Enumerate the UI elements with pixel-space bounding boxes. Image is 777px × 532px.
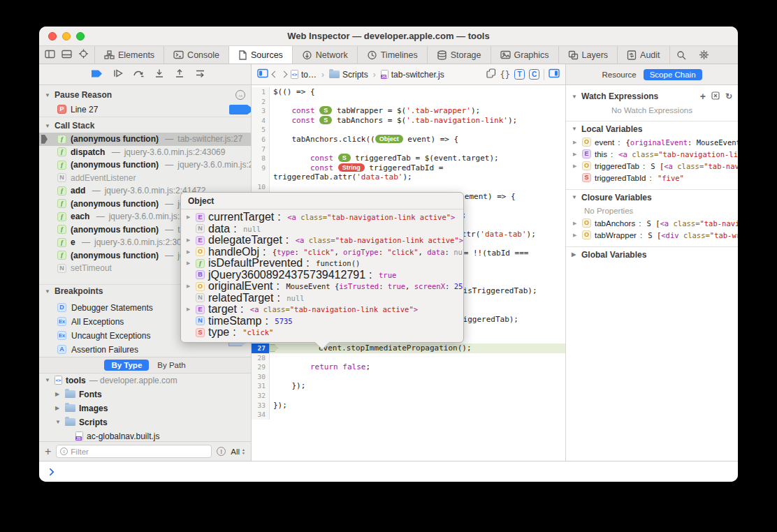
zoom-button[interactable] [76,32,85,40]
line-number-gutter[interactable]: 6 [252,135,270,145]
tab-network[interactable]: Network [293,46,358,64]
code-line[interactable]: 31 }); [252,381,565,391]
disclosure-icon[interactable]: ▼ [572,194,578,200]
expand-icon[interactable]: ▶ [187,260,192,266]
closure-variable-row[interactable]: ▶OtabWrapper: S [<div class="tab-wrapper… [566,229,738,241]
toggle-right-sidebar-icon[interactable] [549,68,560,81]
line-number-gutter[interactable] [252,172,270,182]
line-number-gutter[interactable]: 27 [252,343,270,353]
code-line[interactable]: 32 [252,391,565,401]
expand-icon[interactable]: ▶ [573,232,579,238]
scope-select[interactable]: All ▲▼ [231,448,245,456]
popover-property-row[interactable]: ▶EdelegateTarget: <a class="tab-navigati… [181,235,463,246]
step-into-icon[interactable] [154,68,165,81]
code-line[interactable]: 33}); [252,401,565,411]
tab-elements[interactable]: Elements [95,46,164,64]
code-line[interactable]: 30 [252,372,565,382]
popover-property-row[interactable]: Ndata: null [181,223,463,235]
local-variable-row[interactable]: StriggeredTabId: "five" [566,172,738,184]
close-button[interactable] [48,32,57,40]
code-line[interactable]: 9 const String triggeredTabId = [252,163,565,173]
expand-icon[interactable]: ▶ [187,237,192,243]
add-watch-icon[interactable]: + [700,91,706,102]
disclosure-icon[interactable]: ▼ [572,126,578,132]
expand-icon[interactable]: ▶ [573,152,579,157]
popover-property-row[interactable]: NrelatedTarget: null [181,293,463,304]
line-number-gutter[interactable]: 4 [252,116,270,126]
watch-expressions-header[interactable]: ▼ Watch Expressions + ↻ [566,89,738,104]
pause-reason-header[interactable]: ▼ Pause Reason → [39,88,251,102]
popover-property-row[interactable]: NtimeStamp: 5735 [181,316,463,327]
call-stack-frame[interactable]: f(anonymous function) — tab-switcher.js:… [39,133,251,146]
code-line[interactable]: 2 [252,97,565,107]
popover-property-row[interactable]: ▶Etarget: <a class="tab-navigation-link … [181,304,463,316]
popover-property-row[interactable]: ▶OhandleObj: {type: "click", origType: "… [181,246,463,258]
toggle-left-sidebar-icon[interactable] [257,68,268,81]
search-icon[interactable] [670,46,692,64]
expand-icon[interactable]: ▶ [187,214,192,220]
expand-icon[interactable]: ▶ [187,283,192,289]
tab-timelines[interactable]: Timelines [358,46,428,64]
disclosure-icon[interactable]: ▼ [55,419,61,425]
element-picker-icon[interactable] [78,49,89,61]
breakpoints-toggle-icon[interactable] [91,68,103,81]
disclosure-icon[interactable]: ▶ [572,251,578,258]
disclosure-icon[interactable]: ▼ [45,377,51,383]
code-line[interactable]: 34 [252,410,565,420]
expand-icon[interactable]: ▶ [573,140,579,145]
filter-input[interactable]: ≡ Filter [56,445,212,458]
local-variable-row[interactable]: ▶OtriggeredTab: S [<a class="tab-navigat… [566,160,738,172]
breadcrumb-item-tools[interactable]: <> to… [291,70,317,80]
tab-audit[interactable]: Audit [618,46,670,64]
pretty-print-icon[interactable]: {} [500,70,510,80]
line-number-gutter[interactable]: 29 [252,362,270,372]
popover-property-row[interactable]: ▶EcurrentTarget: <a class="tab-navigatio… [181,212,463,223]
refresh-icon[interactable]: ↻ [725,91,732,101]
tree-item-fonts[interactable]: ▶Fonts [39,387,251,401]
code-line[interactable]: 10 [252,182,565,192]
line-number-gutter[interactable]: 5 [252,125,270,135]
code-line[interactable]: triggeredTab.attr('data-tab'); [252,172,565,182]
call-stack-header[interactable]: ▼ Call Stack [39,119,251,133]
disclosure-icon[interactable]: ▼ [45,92,51,98]
minimize-button[interactable] [62,32,71,40]
code-line[interactable]: 27 event.stopImmediatePropagation(); [252,343,565,353]
line-number-gutter[interactable]: 3 [252,106,270,116]
code-line[interactable]: 8 const S triggeredTab = $(event.target)… [252,154,565,163]
line-number-gutter[interactable]: 30 [252,372,270,382]
navigate-back-icon[interactable] [272,71,279,78]
closure-variable-row[interactable]: ▶OtabAnchors: S [<a class="tab-navigatio… [566,217,738,229]
line-number-gutter[interactable]: 8 [252,154,270,163]
dock-side-icon[interactable] [45,49,55,61]
dock-bottom-icon[interactable] [61,49,72,61]
step-out-icon[interactable] [174,68,185,81]
tab-layers[interactable]: Layers [559,46,618,64]
code-line[interactable]: 1$(() => { [252,87,565,97]
expand-icon[interactable]: ▶ [187,306,192,312]
navigate-forward-icon[interactable] [281,71,288,78]
call-stack-frame[interactable]: f(anonymous function) — jquery-3.6.0.min… [39,158,251,172]
disclosure-icon[interactable]: ▶ [55,391,61,397]
disclosure-icon[interactable]: ▶ [55,405,61,411]
code-line[interactable]: 3 const S tabWrapper = $('.tab-wrapper')… [252,106,565,116]
line-number-gutter[interactable]: 1 [252,87,270,97]
continue-icon[interactable] [112,68,124,81]
expand-icon[interactable]: ▶ [573,221,579,226]
line-number-gutter[interactable]: 28 [252,353,270,363]
popover-property-row[interactable]: BjQuery36008924375739412791: true [181,269,463,281]
add-breakpoint-icon[interactable]: + [45,446,51,457]
tab-graphics[interactable]: Graphics [491,46,559,64]
expand-icon[interactable]: ▶ [573,163,579,169]
line-number-gutter[interactable]: 2 [252,97,270,107]
code-line[interactable]: 6 tabAnchors.click((Object event) => { [252,135,565,145]
line-number-gutter[interactable]: 31 [252,381,270,391]
copy-icon[interactable] [486,68,496,81]
breadcrumb-item-scripts[interactable]: Scripts [329,70,368,80]
tab-console[interactable]: Console [164,46,229,64]
local-variables-header[interactable]: ▼ Local Variables [566,121,738,136]
breakpoint-row[interactable]: AAssertion Failures [39,343,251,357]
tab-scope-chain[interactable]: Scope Chain [644,69,702,80]
tab-sources[interactable]: Sources [229,46,293,64]
line-number-gutter[interactable]: 33 [252,401,270,411]
breadcrumb-item-file[interactable]: JS tab-switcher.js [381,70,444,80]
